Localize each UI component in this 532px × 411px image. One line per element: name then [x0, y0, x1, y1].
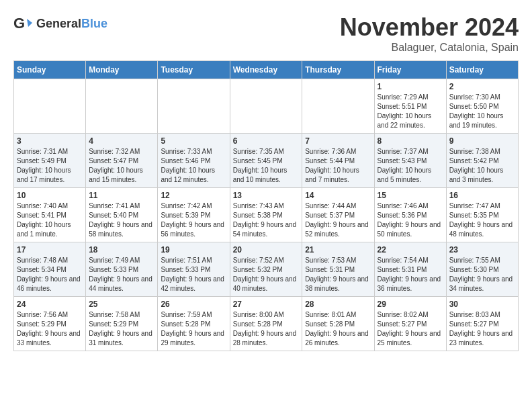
day-info: Sunrise: 7:31 AM Sunset: 5:49 PM Dayligh… [17, 147, 83, 185]
calendar-cell: 2Sunrise: 7:30 AM Sunset: 5:50 PM Daylig… [446, 79, 518, 134]
day-info: Sunrise: 7:33 AM Sunset: 5:46 PM Dayligh… [161, 147, 226, 185]
day-info: Sunrise: 7:59 AM Sunset: 5:28 PM Dayligh… [161, 310, 226, 348]
day-info: Sunrise: 7:42 AM Sunset: 5:39 PM Dayligh… [161, 201, 226, 239]
calendar-cell: 28Sunrise: 8:01 AM Sunset: 5:28 PM Dayli… [302, 297, 374, 351]
day-info: Sunrise: 7:54 AM Sunset: 5:31 PM Dayligh… [378, 256, 443, 293]
column-header-monday: Monday [86, 61, 158, 79]
day-info: Sunrise: 7:51 AM Sunset: 5:33 PM Dayligh… [161, 256, 226, 293]
day-number: 17 [17, 245, 83, 255]
calendar-cell: 4Sunrise: 7:32 AM Sunset: 5:47 PM Daylig… [86, 134, 158, 188]
column-header-thursday: Thursday [302, 61, 374, 79]
day-number: 5 [161, 136, 226, 146]
day-number: 7 [305, 136, 371, 146]
calendar-cell: 7Sunrise: 7:36 AM Sunset: 5:44 PM Daylig… [302, 134, 374, 188]
title-section: November 2024 Balaguer, Catalonia, Spain [340, 13, 519, 54]
calendar-cell: 1Sunrise: 7:29 AM Sunset: 5:51 PM Daylig… [374, 79, 446, 134]
calendar-cell: 15Sunrise: 7:46 AM Sunset: 5:36 PM Dayli… [374, 188, 446, 242]
calendar-cell [158, 79, 230, 134]
calendar-cell [230, 79, 302, 134]
calendar-cell: 25Sunrise: 7:58 AM Sunset: 5:29 PM Dayli… [86, 297, 158, 351]
page-header: G GeneralBlue November 2024 Balaguer, Ca… [13, 13, 519, 54]
day-info: Sunrise: 7:53 AM Sunset: 5:31 PM Dayligh… [305, 256, 371, 293]
day-number: 4 [89, 136, 154, 146]
calendar-cell: 14Sunrise: 7:44 AM Sunset: 5:37 PM Dayli… [302, 188, 374, 242]
calendar-cell: 30Sunrise: 8:03 AM Sunset: 5:27 PM Dayli… [446, 297, 518, 351]
day-info: Sunrise: 7:46 AM Sunset: 5:36 PM Dayligh… [378, 201, 443, 239]
day-info: Sunrise: 7:48 AM Sunset: 5:34 PM Dayligh… [17, 256, 83, 293]
day-number: 30 [449, 300, 515, 309]
calendar-cell [14, 79, 86, 134]
day-number: 10 [17, 191, 83, 200]
day-info: Sunrise: 7:38 AM Sunset: 5:42 PM Dayligh… [449, 147, 515, 185]
day-number: 27 [233, 300, 300, 309]
day-info: Sunrise: 8:03 AM Sunset: 5:27 PM Dayligh… [449, 310, 515, 348]
day-number: 18 [89, 245, 154, 255]
calendar-cell: 22Sunrise: 7:54 AM Sunset: 5:31 PM Dayli… [374, 242, 446, 297]
logo-icon: G [13, 13, 34, 34]
day-info: Sunrise: 7:41 AM Sunset: 5:40 PM Dayligh… [89, 201, 154, 239]
day-info: Sunrise: 7:52 AM Sunset: 5:32 PM Dayligh… [233, 256, 300, 293]
calendar-cell: 27Sunrise: 8:00 AM Sunset: 5:28 PM Dayli… [230, 297, 302, 351]
column-header-friday: Friday [374, 61, 446, 79]
svg-text:G: G [13, 15, 25, 32]
calendar-cell: 10Sunrise: 7:40 AM Sunset: 5:41 PM Dayli… [14, 188, 86, 242]
logo: G GeneralBlue [13, 13, 107, 34]
day-info: Sunrise: 8:02 AM Sunset: 5:27 PM Dayligh… [378, 310, 443, 348]
day-info: Sunrise: 7:35 AM Sunset: 5:45 PM Dayligh… [233, 147, 300, 185]
day-number: 13 [233, 191, 300, 200]
day-info: Sunrise: 7:44 AM Sunset: 5:37 PM Dayligh… [305, 201, 371, 239]
day-number: 20 [233, 245, 300, 255]
column-header-wednesday: Wednesday [230, 61, 302, 79]
day-number: 26 [161, 300, 226, 309]
calendar-header: SundayMondayTuesdayWednesdayThursdayFrid… [14, 61, 519, 79]
calendar-cell: 23Sunrise: 7:55 AM Sunset: 5:30 PM Dayli… [446, 242, 518, 297]
day-info: Sunrise: 7:30 AM Sunset: 5:50 PM Dayligh… [449, 93, 515, 130]
day-number: 28 [305, 300, 371, 309]
location: Balaguer, Catalonia, Spain [340, 42, 519, 54]
column-header-sunday: Sunday [14, 61, 86, 79]
calendar-cell: 21Sunrise: 7:53 AM Sunset: 5:31 PM Dayli… [302, 242, 374, 297]
day-info: Sunrise: 8:00 AM Sunset: 5:28 PM Dayligh… [233, 310, 300, 348]
day-number: 24 [17, 300, 83, 309]
calendar-cell: 5Sunrise: 7:33 AM Sunset: 5:46 PM Daylig… [158, 134, 230, 188]
day-number: 6 [233, 136, 300, 146]
calendar-body: 1Sunrise: 7:29 AM Sunset: 5:51 PM Daylig… [14, 79, 519, 351]
day-info: Sunrise: 7:43 AM Sunset: 5:38 PM Dayligh… [233, 201, 300, 239]
column-header-saturday: Saturday [446, 61, 518, 79]
column-header-tuesday: Tuesday [158, 61, 230, 79]
day-info: Sunrise: 7:32 AM Sunset: 5:47 PM Dayligh… [89, 147, 154, 185]
calendar-cell: 11Sunrise: 7:41 AM Sunset: 5:40 PM Dayli… [86, 188, 158, 242]
calendar-cell: 18Sunrise: 7:49 AM Sunset: 5:33 PM Dayli… [86, 242, 158, 297]
day-number: 25 [89, 300, 154, 309]
calendar-cell: 29Sunrise: 8:02 AM Sunset: 5:27 PM Dayli… [374, 297, 446, 351]
day-number: 23 [449, 245, 515, 255]
calendar-cell: 20Sunrise: 7:52 AM Sunset: 5:32 PM Dayli… [230, 242, 302, 297]
calendar-cell: 24Sunrise: 7:56 AM Sunset: 5:29 PM Dayli… [14, 297, 86, 351]
day-info: Sunrise: 7:58 AM Sunset: 5:29 PM Dayligh… [89, 310, 154, 348]
month-title: November 2024 [340, 13, 519, 42]
day-info: Sunrise: 7:36 AM Sunset: 5:44 PM Dayligh… [305, 147, 371, 185]
day-info: Sunrise: 8:01 AM Sunset: 5:28 PM Dayligh… [305, 310, 371, 348]
day-number: 15 [378, 191, 443, 200]
calendar-cell: 16Sunrise: 7:47 AM Sunset: 5:35 PM Dayli… [446, 188, 518, 242]
day-info: Sunrise: 7:37 AM Sunset: 5:43 PM Dayligh… [378, 147, 443, 185]
calendar-cell: 19Sunrise: 7:51 AM Sunset: 5:33 PM Dayli… [158, 242, 230, 297]
day-number: 16 [449, 191, 515, 200]
calendar-cell: 12Sunrise: 7:42 AM Sunset: 5:39 PM Dayli… [158, 188, 230, 242]
day-number: 21 [305, 245, 371, 255]
calendar-cell [86, 79, 158, 134]
day-info: Sunrise: 7:55 AM Sunset: 5:30 PM Dayligh… [449, 256, 515, 293]
day-number: 12 [161, 191, 226, 200]
calendar-cell: 6Sunrise: 7:35 AM Sunset: 5:45 PM Daylig… [230, 134, 302, 188]
calendar-cell: 17Sunrise: 7:48 AM Sunset: 5:34 PM Dayli… [14, 242, 86, 297]
day-info: Sunrise: 7:29 AM Sunset: 5:51 PM Dayligh… [378, 93, 443, 130]
svg-marker-1 [27, 19, 32, 27]
day-number: 2 [449, 82, 515, 91]
day-number: 19 [161, 245, 226, 255]
day-info: Sunrise: 7:49 AM Sunset: 5:33 PM Dayligh… [89, 256, 154, 293]
calendar-cell: 8Sunrise: 7:37 AM Sunset: 5:43 PM Daylig… [374, 134, 446, 188]
logo-general: General [36, 17, 81, 30]
day-number: 9 [449, 136, 515, 146]
day-number: 22 [378, 245, 443, 255]
day-info: Sunrise: 7:56 AM Sunset: 5:29 PM Dayligh… [17, 310, 83, 348]
